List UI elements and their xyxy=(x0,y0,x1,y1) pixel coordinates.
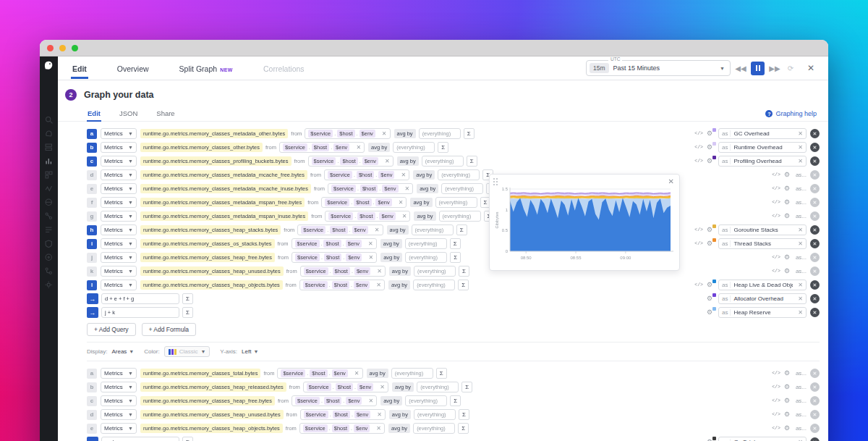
color-palette-select[interactable]: Classic▼ xyxy=(164,346,210,357)
scope-variable-chip[interactable]: $env xyxy=(357,383,373,391)
remove-row-button[interactable]: ✕ xyxy=(810,266,820,276)
query-letter-badge[interactable]: b xyxy=(87,382,97,392)
scope-variable-chip[interactable]: $service xyxy=(312,157,336,165)
scope-field[interactable]: $service.$host.$env✕ xyxy=(300,409,386,420)
aggregation-chip[interactable]: avg by xyxy=(368,143,390,152)
clear-scope-icon[interactable]: ✕ xyxy=(401,172,406,178)
remove-row-button[interactable]: ✕ xyxy=(810,369,820,378)
scope-variable-chip[interactable]: $host xyxy=(336,383,353,391)
search-icon[interactable] xyxy=(45,116,53,124)
scope-variable-chip[interactable]: $env xyxy=(375,198,391,206)
groupby-field[interactable]: (everything) xyxy=(441,183,483,194)
alias-field[interactable]: asGC Overhead✕ xyxy=(718,128,807,139)
scope-variable-chip[interactable]: $env xyxy=(332,369,348,377)
clear-scope-icon[interactable]: ✕ xyxy=(376,425,381,432)
metrics-source-select[interactable]: Metrics▼ xyxy=(101,409,137,420)
aggregation-chip[interactable]: avg by xyxy=(367,369,388,378)
scope-variable-chip[interactable]: $host xyxy=(333,411,350,419)
style-gear-icon[interactable]: ⚙ xyxy=(784,198,792,206)
metrics-source-select[interactable]: Metrics▼ xyxy=(101,211,137,222)
metrics-source-select[interactable]: Metrics▼ xyxy=(101,224,137,235)
scope-variable-chip[interactable]: $env xyxy=(333,143,349,151)
clear-scope-icon[interactable]: ✕ xyxy=(385,158,390,164)
aggregation-chip[interactable]: avg by xyxy=(413,170,435,180)
scope-field[interactable]: $service.$host.$env✕ xyxy=(328,183,413,194)
sigma-function-button[interactable]: Σ xyxy=(436,368,447,379)
settings-icon[interactable] xyxy=(45,281,53,289)
scope-variable-chip[interactable]: $service xyxy=(303,424,328,432)
remove-row-button[interactable]: ✕ xyxy=(810,143,820,152)
style-gear-icon[interactable]: ⚙ xyxy=(784,397,792,405)
infrastructure-icon[interactable] xyxy=(45,198,53,206)
groupby-field[interactable]: (everything) xyxy=(414,266,456,277)
aggregation-chip[interactable]: avg by xyxy=(389,266,411,276)
subtab-edit[interactable]: Edit xyxy=(87,106,101,121)
scope-field[interactable]: $service.$host.$env✕ xyxy=(297,224,383,235)
alias-field[interactable]: asGoroutine Stacks✕ xyxy=(718,224,807,235)
sigma-function-button[interactable]: Σ xyxy=(458,280,469,290)
style-gear-icon[interactable]: ⚙ xyxy=(707,130,715,138)
sigma-function-button[interactable]: Σ xyxy=(182,293,193,304)
metrics-source-select[interactable]: Metrics▼ xyxy=(101,169,137,180)
groupby-field[interactable]: (everything) xyxy=(422,156,464,167)
security-icon[interactable] xyxy=(45,240,53,248)
alias-field[interactable]: asHeap Reserve✕ xyxy=(718,307,807,318)
code-view-icon[interactable]: </> xyxy=(694,131,703,136)
scope-variable-chip[interactable]: $host xyxy=(340,157,357,165)
code-view-icon[interactable]: </> xyxy=(772,200,780,205)
remove-row-button[interactable]: ✕ xyxy=(810,184,820,193)
metrics-source-select[interactable]: Metrics▼ xyxy=(101,156,137,167)
aggregation-chip[interactable]: avg by xyxy=(414,211,435,221)
clear-alias-icon[interactable]: ✕ xyxy=(798,158,803,164)
chart-close-icon[interactable]: ✕ xyxy=(668,177,674,185)
scope-field[interactable]: $service.$host.$env✕ xyxy=(305,128,390,139)
scope-variable-chip[interactable]: $env xyxy=(382,185,398,193)
style-gear-icon[interactable]: ⚙ xyxy=(707,295,715,303)
sigma-function-button[interactable]: Σ xyxy=(458,423,469,434)
pause-button[interactable] xyxy=(751,62,765,75)
remove-row-button[interactable]: ✕ xyxy=(810,225,820,235)
style-gear-icon[interactable]: ⚙ xyxy=(707,438,715,441)
remove-row-button[interactable]: ✕ xyxy=(810,396,820,406)
sigma-function-button[interactable]: Σ xyxy=(467,156,477,167)
groupby-field[interactable]: (everything) xyxy=(439,211,481,222)
scope-variable-chip[interactable]: $service xyxy=(325,198,349,206)
tab-correlations[interactable]: Correlations xyxy=(262,57,306,79)
apm-icon[interactable] xyxy=(45,185,53,193)
scope-variable-chip[interactable]: $host xyxy=(354,198,371,206)
clear-alias-icon[interactable]: ✕ xyxy=(798,309,803,316)
scope-field[interactable]: $service.$host.$env✕ xyxy=(308,156,393,167)
scope-field[interactable]: $service.$host.$env✕ xyxy=(325,211,410,222)
scope-variable-chip[interactable]: $env xyxy=(378,171,394,179)
sigma-function-button[interactable]: Σ xyxy=(450,252,461,263)
metrics-source-select[interactable]: Metrics▼ xyxy=(101,368,137,379)
metrics-source-select[interactable]: Metrics▼ xyxy=(101,280,137,290)
groupby-field[interactable]: (everything) xyxy=(391,368,433,379)
query-letter-badge[interactable]: c xyxy=(87,396,97,406)
scope-field[interactable]: $service.$host.$env✕ xyxy=(303,382,388,392)
aggregation-chip[interactable]: avg by xyxy=(410,198,432,207)
remove-row-button[interactable]: ✕ xyxy=(810,280,820,290)
clear-alias-icon[interactable]: ✕ xyxy=(798,130,803,137)
scope-variable-chip[interactable]: $host xyxy=(337,130,354,138)
aggregation-chip[interactable]: avg by xyxy=(388,424,410,433)
code-view-icon[interactable]: </> xyxy=(772,269,780,274)
scope-variable-chip[interactable]: $env xyxy=(359,130,375,138)
remove-row-button[interactable]: ✕ xyxy=(810,129,820,138)
groupby-field[interactable]: (everything) xyxy=(438,169,480,180)
style-gear-icon[interactable]: ⚙ xyxy=(784,424,792,432)
clear-scope-icon[interactable]: ✕ xyxy=(399,199,404,206)
add-query-button[interactable]: + Add Query xyxy=(87,323,136,336)
scope-variable-chip[interactable]: $env xyxy=(354,267,370,275)
clear-alias-icon[interactable]: ✕ xyxy=(798,282,803,288)
groupby-field[interactable]: (everything) xyxy=(405,395,447,406)
style-gear-icon[interactable]: ⚙ xyxy=(784,411,792,419)
remove-row-button[interactable]: ✕ xyxy=(810,253,820,262)
scope-variable-chip[interactable]: $env xyxy=(354,281,370,289)
sigma-function-button[interactable]: Σ xyxy=(461,382,472,392)
style-gear-icon[interactable]: ⚙ xyxy=(784,267,792,275)
minimize-traffic-light[interactable] xyxy=(59,45,66,51)
remove-row-button[interactable]: ✕ xyxy=(810,410,820,419)
query-letter-badge[interactable]: d xyxy=(87,410,97,420)
code-view-icon[interactable]: </> xyxy=(772,426,780,431)
